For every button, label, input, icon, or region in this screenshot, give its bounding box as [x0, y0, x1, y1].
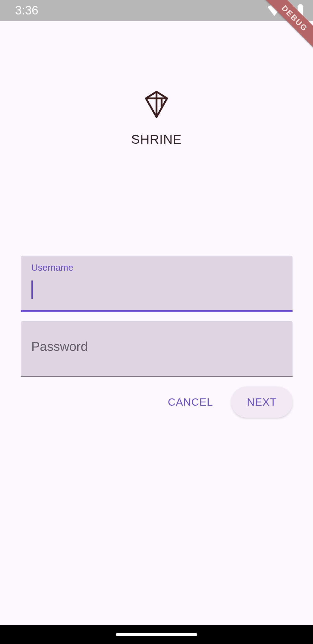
password-field[interactable]: Password: [21, 321, 293, 377]
username-label: Username: [31, 263, 282, 273]
login-form: Username Password CANCEL NEXT: [21, 256, 293, 418]
navigation-bar: [0, 625, 313, 644]
login-screen: SHRINE Username Password CANCEL NEXT: [0, 21, 313, 644]
next-button[interactable]: NEXT: [231, 386, 293, 418]
text-caret: [31, 280, 33, 299]
nav-handle[interactable]: [116, 633, 197, 636]
status-time: 3:36: [15, 4, 38, 17]
button-row: CANCEL NEXT: [21, 386, 293, 418]
svg-rect-0: [299, 4, 301, 5]
app-name: SHRINE: [131, 132, 182, 147]
username-field[interactable]: Username: [21, 256, 293, 312]
password-placeholder: Password: [31, 339, 282, 354]
cancel-button[interactable]: CANCEL: [159, 389, 222, 415]
logo-block: SHRINE: [131, 89, 182, 147]
diamond-icon: [141, 89, 172, 119]
status-bar: 3:36: [0, 0, 313, 21]
